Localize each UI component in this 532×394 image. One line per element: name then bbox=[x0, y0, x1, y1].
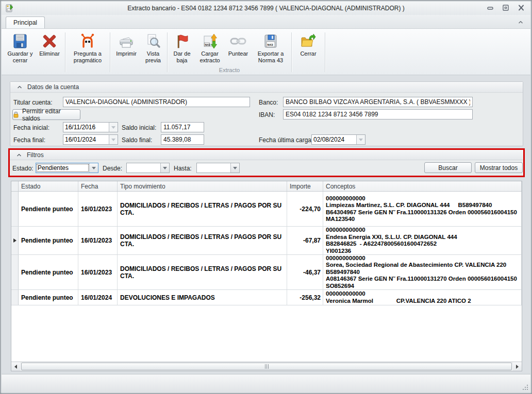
mostrar-todos-button[interactable]: Mostrar todos bbox=[475, 162, 523, 173]
puntear-button[interactable]: Puntear bbox=[225, 30, 252, 57]
toolbar-separator bbox=[325, 32, 325, 72]
save-icon bbox=[12, 33, 28, 49]
title-bar: Extracto bancario - ES04 0182 1234 8712 … bbox=[2, 2, 530, 15]
estado-combo[interactable] bbox=[36, 163, 98, 173]
horizontal-scrollbar[interactable] bbox=[11, 362, 522, 371]
hasta-label: Hasta: bbox=[174, 165, 192, 172]
status-bar bbox=[2, 374, 530, 392]
buscar-button[interactable]: Buscar bbox=[424, 162, 472, 173]
svg-text:N43: N43 bbox=[268, 43, 274, 46]
desde-input[interactable] bbox=[127, 163, 160, 173]
fecha-inicial-dropdown-button bbox=[109, 123, 118, 132]
hasta-combo[interactable] bbox=[196, 163, 240, 173]
column-header-tipo[interactable]: Tipo movimiento bbox=[118, 181, 287, 191]
extracto-group: Dar de baja N43 Cargar extracto bbox=[169, 30, 290, 74]
column-header-importe[interactable]: Importe bbox=[287, 181, 323, 191]
chevron-down-icon bbox=[92, 167, 96, 169]
fecha-final-label: Fecha final: bbox=[13, 136, 45, 144]
scroll-right-button[interactable] bbox=[513, 362, 522, 371]
ultima-carga-input[interactable] bbox=[312, 135, 356, 144]
toolbar-separator bbox=[65, 32, 65, 72]
banco-label: Banco: bbox=[259, 99, 278, 106]
fecha-inicial-combo[interactable] bbox=[63, 122, 118, 132]
tab-strip: Principal bbox=[2, 15, 530, 29]
desde-combo[interactable] bbox=[126, 163, 170, 173]
row-selector-current[interactable] bbox=[11, 227, 19, 254]
collapse-section-icon bbox=[16, 152, 22, 158]
filters-section-header[interactable]: Filtros bbox=[10, 150, 523, 160]
scrollbar-track[interactable] bbox=[20, 362, 513, 371]
filters-section: Filtros Estado: Desde: Hasta: Buscar M bbox=[10, 150, 523, 176]
table-empty-area bbox=[11, 305, 522, 362]
column-header-estado[interactable]: Estado bbox=[19, 181, 78, 191]
titular-label: Titular cuenta: bbox=[13, 99, 53, 106]
saldo-inicial-input[interactable] bbox=[161, 122, 204, 132]
cell-estado: Pendiente punteo bbox=[19, 192, 78, 226]
cargar-extracto-button[interactable]: N43 Cargar extracto bbox=[195, 30, 225, 64]
ultima-carga-combo[interactable] bbox=[311, 134, 365, 145]
buscar-label: Buscar bbox=[438, 164, 457, 172]
exportar-norma43-button[interactable]: N43 Exportar a Norma 43 bbox=[252, 30, 290, 64]
permitir-editar-saldos-label: Permitir editar saldos bbox=[22, 108, 80, 122]
row-selector[interactable] bbox=[11, 192, 19, 226]
cerrar-button[interactable]: Cerrar bbox=[293, 30, 323, 57]
resize-grip[interactable] bbox=[522, 384, 528, 390]
dar-de-baja-button[interactable]: Dar de baja bbox=[169, 30, 195, 64]
hasta-input[interactable] bbox=[197, 163, 230, 173]
iban-label: IBAN: bbox=[259, 111, 275, 118]
minimize-button[interactable] bbox=[486, 4, 494, 12]
movements-table: Estado Fecha Tipo movimiento Importe Con… bbox=[11, 181, 522, 371]
titular-input[interactable] bbox=[63, 97, 250, 107]
ribbon-toolbar: Guardar y cerrar Eliminar bbox=[2, 29, 530, 75]
table-row[interactable]: Pendiente punteo 16/01/2023 DOMICILIADOS… bbox=[11, 192, 522, 227]
cell-fecha: 16/01/2023 bbox=[78, 192, 118, 226]
chevron-down-icon bbox=[111, 126, 115, 129]
delete-label: Eliminar bbox=[39, 50, 60, 57]
saldo-final-input[interactable] bbox=[161, 134, 204, 145]
fecha-final-input[interactable] bbox=[63, 135, 109, 144]
print-button[interactable]: Imprimir bbox=[112, 30, 141, 57]
cell-importe: -224,70 bbox=[287, 192, 323, 226]
chevron-down-icon bbox=[233, 167, 237, 169]
preview-button[interactable]: Vista previa bbox=[141, 30, 165, 64]
column-header-fecha[interactable]: Fecha bbox=[78, 181, 118, 191]
table-row-selected[interactable]: Pendiente punteo 16/01/2023 DOMICILIADOS… bbox=[11, 227, 522, 255]
hasta-dropdown-button[interactable] bbox=[230, 163, 239, 173]
restore-button[interactable] bbox=[502, 4, 510, 12]
load-statement-icon: N43 bbox=[202, 33, 218, 49]
app-window: Extracto bancario - ES04 0182 1234 8712 … bbox=[0, 0, 532, 394]
cell-estado: Pendiente punteo bbox=[19, 255, 78, 289]
row-selector[interactable] bbox=[11, 255, 19, 289]
collapse-ribbon-button[interactable] bbox=[517, 19, 524, 26]
desde-dropdown-button[interactable] bbox=[160, 163, 169, 173]
banco-input[interactable] bbox=[283, 97, 473, 107]
puntear-label: Puntear bbox=[228, 50, 248, 57]
scrollbar-thumb[interactable] bbox=[21, 363, 512, 370]
column-header-conceptos[interactable]: Conceptos bbox=[323, 181, 522, 191]
cargar-extracto-label: Cargar extracto bbox=[196, 50, 223, 64]
permitir-editar-saldos-button[interactable]: Permitir editar saldos bbox=[12, 109, 80, 120]
ask-pragmatico-button[interactable]: Pregunta a pragmático bbox=[67, 30, 108, 64]
save-and-close-button[interactable]: Guardar y cerrar bbox=[5, 30, 36, 64]
fecha-final-combo[interactable] bbox=[63, 134, 118, 145]
tab-principal[interactable]: Principal bbox=[6, 16, 45, 28]
iban-input[interactable] bbox=[283, 109, 473, 119]
robot-icon bbox=[79, 33, 96, 49]
account-section-header[interactable]: Datos de la cuenta bbox=[10, 82, 523, 93]
fecha-inicial-input[interactable] bbox=[63, 123, 109, 132]
estado-dropdown-button[interactable] bbox=[89, 163, 98, 173]
row-selector[interactable] bbox=[11, 290, 19, 305]
close-button[interactable] bbox=[517, 4, 525, 12]
tab-principal-label: Principal bbox=[13, 19, 37, 26]
cell-tipo: DEVOLUCIONES E IMPAGADOS bbox=[118, 290, 287, 305]
estado-input[interactable] bbox=[36, 163, 89, 173]
print-label: Imprimir bbox=[116, 50, 137, 57]
current-row-arrow-icon bbox=[13, 238, 16, 243]
delete-button[interactable]: Eliminar bbox=[36, 30, 63, 57]
toolbar-separator bbox=[110, 32, 110, 72]
table-row[interactable]: Pendiente punteo 16/01/2024 DEVOLUCIONES… bbox=[11, 290, 522, 305]
table-row[interactable]: Pendiente punteo 16/01/2023 DOMICILIADOS… bbox=[11, 255, 522, 290]
mostrar-todos-label: Mostrar todos bbox=[480, 164, 518, 172]
scroll-left-button[interactable] bbox=[11, 362, 20, 371]
svg-text:N43: N43 bbox=[205, 43, 210, 46]
